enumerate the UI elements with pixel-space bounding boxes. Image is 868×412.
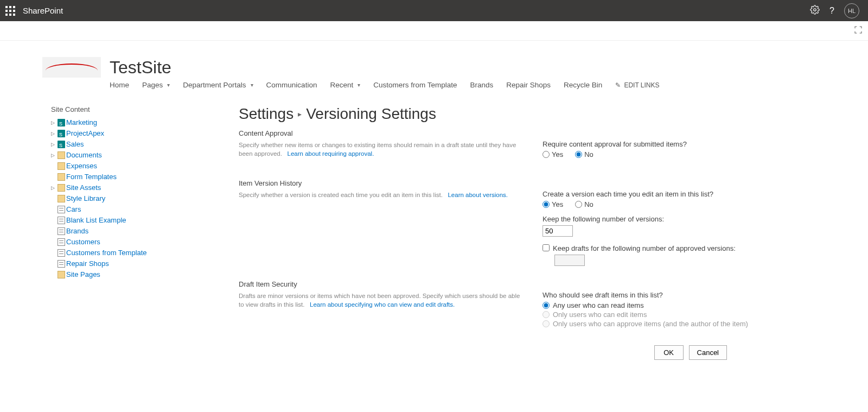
tree-item-label[interactable]: ProjectApex	[66, 129, 104, 138]
cancel-button[interactable]: Cancel	[689, 345, 727, 360]
tree-item-brands[interactable]: ▷Brands	[51, 226, 184, 236]
top-nav: HomePages▾Department Portals▾Communicati…	[110, 81, 868, 89]
tree-item-site-pages[interactable]: ▷Site Pages	[51, 270, 184, 280]
focus-on-content-icon[interactable]	[854, 26, 863, 36]
help-icon[interactable]: ?	[829, 6, 834, 16]
site-header: TestSite HomePages▾Department Portals▾Co…	[0, 41, 868, 89]
doclib-icon	[58, 195, 65, 202]
nav-item-label: Recycle Bin	[564, 81, 602, 89]
tree-item-expenses[interactable]: ▷Expenses	[51, 161, 184, 171]
edit-links-button[interactable]: ✎EDIT LINKS	[615, 81, 659, 89]
learn-draft-security-link[interactable]: Learn about specifying who can view and …	[310, 301, 455, 308]
tree-item-label[interactable]: Customers from Template	[66, 248, 147, 258]
tree-item-style-library[interactable]: ▷Style Library	[51, 194, 184, 204]
nav-item-label: Customers from Template	[373, 81, 457, 89]
tree-item-label[interactable]: Brands	[66, 226, 88, 236]
nav-item-label: Department Portals	[183, 81, 246, 89]
left-nav-header: Site Content	[51, 105, 184, 113]
tree-item-label[interactable]: Customers	[66, 237, 100, 247]
nav-item-recycle-bin[interactable]: Recycle Bin	[564, 81, 602, 89]
chevron-down-icon: ▾	[251, 82, 253, 88]
tree-item-label[interactable]: Site Assets	[66, 183, 101, 193]
nav-item-label: Brands	[470, 81, 494, 89]
tree-item-blank-list-example[interactable]: ▷Blank List Example	[51, 215, 184, 225]
nav-item-pages[interactable]: Pages▾	[142, 81, 170, 89]
tree-item-marketing[interactable]: ▷Marketing	[51, 118, 184, 128]
svg-point-0	[814, 8, 816, 11]
tree-expand-icon[interactable]: ▷	[51, 183, 56, 193]
settings-gear-icon[interactable]	[810, 5, 820, 17]
tree-expand-icon[interactable]: ▷	[51, 118, 56, 128]
list-icon	[58, 217, 65, 224]
tree-item-documents[interactable]: ▷Documents	[51, 150, 184, 160]
draft-opt-any-user-radio[interactable]: Any user who can read items	[542, 301, 846, 309]
ok-button[interactable]: OK	[654, 345, 684, 360]
site-logo[interactable]	[42, 57, 101, 78]
keep-drafts-input	[554, 255, 585, 266]
site-icon	[58, 141, 65, 148]
tree-item-label[interactable]: Site Pages	[66, 270, 100, 280]
tree-expand-icon[interactable]: ▷	[51, 129, 56, 138]
tree-item-customers[interactable]: ▷Customers	[51, 237, 184, 247]
app-name[interactable]: SharePoint	[23, 6, 63, 15]
nav-item-repair-shops[interactable]: Repair Shops	[506, 81, 551, 89]
list-icon	[58, 227, 65, 235]
nav-item-customers-from-template[interactable]: Customers from Template	[373, 81, 457, 89]
learn-requiring-approval-link[interactable]: Learn about requiring approval.	[288, 150, 374, 157]
tree-item-customers-from-template[interactable]: ▷Customers from Template	[51, 248, 184, 258]
site-content-tree: ▷Marketing▷ProjectApex▷Sales▷Documents▷E…	[51, 118, 184, 280]
version-history-yes-radio[interactable]: Yes	[542, 200, 563, 208]
learn-versions-link[interactable]: Learn about versions.	[448, 192, 508, 198]
site-title[interactable]: TestSite	[110, 58, 171, 78]
tree-item-label[interactable]: Documents	[66, 150, 102, 160]
section-draft-security: Draft Item Security Drafts are minor ver…	[239, 280, 846, 329]
tree-item-repair-shops[interactable]: ▷Repair Shops	[51, 259, 184, 269]
keep-versions-input[interactable]	[542, 225, 573, 237]
nav-item-recent[interactable]: Recent▾	[330, 81, 360, 89]
tree-item-label[interactable]: Style Library	[66, 194, 105, 204]
page-title: Settings ▸ Versioning Settings	[239, 105, 846, 123]
list-icon	[58, 260, 65, 268]
tree-item-form-templates[interactable]: ▷Form Templates	[51, 172, 184, 182]
user-avatar[interactable]: HL	[844, 3, 859, 18]
content-approval-yes-radio[interactable]: Yes	[542, 150, 563, 159]
breadcrumb-parent[interactable]: Settings	[239, 105, 293, 123]
tree-item-sales[interactable]: ▷Sales	[51, 140, 184, 149]
version-history-title: Item Version History	[239, 179, 521, 187]
content-approval-no-radio[interactable]: No	[575, 150, 593, 159]
app-launcher-icon[interactable]	[5, 6, 15, 16]
draft-opt-approve-users-radio[interactable]: Only users who can approve items (and th…	[542, 320, 846, 328]
main-content: Settings ▸ Versioning Settings Content A…	[184, 105, 868, 382]
form-buttons: OK Cancel	[239, 345, 846, 360]
draft-opt-edit-users-radio[interactable]: Only users who can edit items	[542, 310, 846, 319]
tree-item-projectapex[interactable]: ▷ProjectApex	[51, 129, 184, 138]
nav-item-home[interactable]: Home	[110, 81, 129, 89]
tree-item-site-assets[interactable]: ▷Site Assets	[51, 183, 184, 193]
version-history-no-radio[interactable]: No	[575, 200, 593, 208]
keep-versions-label: Keep the following number of versions:	[542, 215, 846, 223]
left-nav: Site Content ▷Marketing▷ProjectApex▷Sale…	[0, 105, 184, 382]
nav-item-communication[interactable]: Communication	[266, 81, 317, 89]
keep-drafts-checkbox[interactable]	[542, 244, 550, 251]
suite-bar: SharePoint ? HL	[0, 0, 868, 21]
tree-item-label[interactable]: Cars	[66, 205, 81, 214]
nav-item-label: Pages	[142, 81, 163, 89]
draft-security-title: Draft Item Security	[239, 280, 521, 288]
doclib-icon	[58, 271, 65, 278]
version-history-desc: Specify whether a version is created eac…	[239, 191, 521, 199]
tree-item-cars[interactable]: ▷Cars	[51, 205, 184, 214]
tree-expand-icon[interactable]: ▷	[51, 150, 56, 160]
tree-item-label[interactable]: Repair Shops	[66, 259, 109, 269]
tree-item-label[interactable]: Marketing	[66, 118, 97, 128]
tree-item-label[interactable]: Form Templates	[66, 172, 117, 182]
tree-item-label[interactable]: Expenses	[66, 161, 97, 171]
tree-item-label[interactable]: Sales	[66, 140, 84, 149]
pencil-icon: ✎	[615, 81, 621, 89]
tree-item-label[interactable]: Blank List Example	[66, 215, 126, 225]
tree-expand-icon[interactable]: ▷	[51, 140, 56, 149]
nav-item-brands[interactable]: Brands	[470, 81, 494, 89]
draft-security-desc: Drafts are minor versions or items which…	[239, 291, 521, 309]
version-history-question: Create a version each time you edit an i…	[542, 190, 846, 198]
section-version-history: Item Version History Specify whether a v…	[239, 179, 846, 266]
nav-item-department-portals[interactable]: Department Portals▾	[183, 81, 253, 89]
